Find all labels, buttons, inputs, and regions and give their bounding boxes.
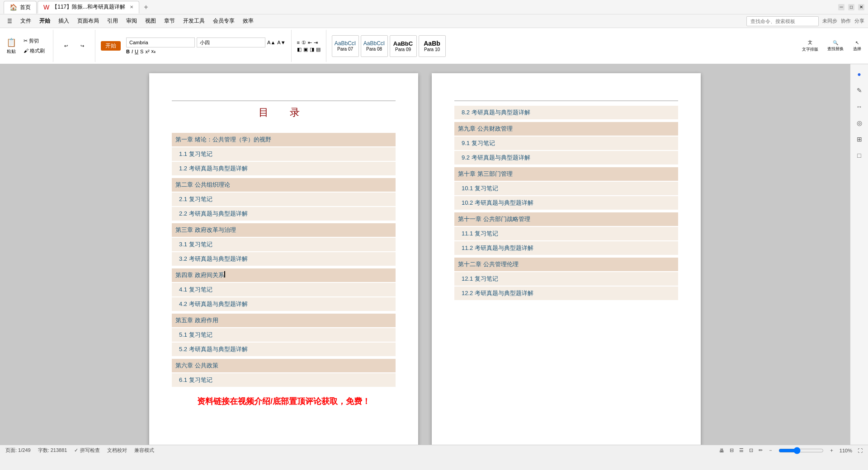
sidebar-target-icon[interactable]: ◎ <box>853 117 866 129</box>
toc-22[interactable]: 2.2 考研真题与典型题详解 <box>172 207 396 221</box>
menu-hamburger[interactable]: ☰ <box>4 16 16 26</box>
tab-close-btn[interactable]: ✕ <box>130 5 133 9</box>
cut-btn[interactable]: ✂ 剪切 <box>21 37 47 46</box>
tab-document[interactable]: W 【117】陈振...和考研真题详解 ✕ <box>38 1 139 14</box>
command-search[interactable] <box>746 16 819 26</box>
undo-btn[interactable]: ↩ <box>59 35 73 57</box>
font-size-down-btn[interactable]: A▼ <box>277 40 285 45</box>
menu-efficiency[interactable]: 效率 <box>239 15 257 27</box>
align-center-btn[interactable]: ▣ <box>303 47 308 52</box>
toc-52[interactable]: 5.2 考研真题与典型题详解 <box>172 343 396 356</box>
select-btn[interactable]: ↖ 选择 <box>850 35 864 57</box>
style-para07[interactable]: AaBbCcI Para 07 <box>332 35 359 57</box>
sidebar-edit-icon[interactable]: ✎ <box>853 84 866 97</box>
menu-review[interactable]: 审阅 <box>123 15 141 27</box>
toc-chapter-5[interactable]: 第五章 政府作用 <box>172 314 396 327</box>
menu-chapter[interactable]: 章节 <box>160 15 179 27</box>
align-right-btn[interactable]: ◨ <box>310 47 314 52</box>
indent-dec-btn[interactable]: ⇤ <box>308 40 312 46</box>
minimize-btn[interactable]: ─ <box>838 4 844 10</box>
text-layout-btn[interactable]: 文 文字排版 <box>799 35 821 57</box>
view-mode-print[interactable]: 🖶 <box>719 448 724 453</box>
find-replace-btn[interactable]: 🔍 查找替换 <box>825 35 846 57</box>
close-btn[interactable]: ✕ <box>858 4 864 10</box>
view-mode-web[interactable]: ⊟ <box>730 447 734 453</box>
tab-home[interactable]: 🏠 首页 <box>4 1 37 14</box>
sidebar-grid-icon[interactable]: ⊞ <box>853 133 866 146</box>
share-btn[interactable]: 分享 <box>854 18 864 24</box>
menu-start[interactable]: 开始 <box>36 15 54 27</box>
tab-add-btn[interactable]: + <box>140 3 151 11</box>
toc-61[interactable]: 6.1 复习笔记 <box>172 373 396 387</box>
menu-insert[interactable]: 插入 <box>55 15 73 27</box>
font-size-input[interactable] <box>197 38 265 47</box>
menu-layout[interactable]: 页面布局 <box>74 15 103 27</box>
toc-51[interactable]: 5.1 复习笔记 <box>172 328 396 342</box>
start-tab-active[interactable]: 开始 <box>101 41 121 51</box>
toc-12[interactable]: 1.2 考研真题与典型题详解 <box>172 162 396 175</box>
toc-32[interactable]: 3.2 考研真题与典型题详解 <box>172 252 396 266</box>
format-brush-btn[interactable]: 🖌 格式刷 <box>21 47 47 56</box>
style-para09[interactable]: AaBbC Para 09 <box>390 35 417 57</box>
toc-chapter-6[interactable]: 第六章 公共政策 <box>172 359 396 372</box>
fullscreen-btn[interactable]: ⛶ <box>858 448 863 453</box>
zoom-slider[interactable] <box>778 447 824 454</box>
maximize-btn[interactable]: □ <box>848 4 854 10</box>
spell-check[interactable]: ✓ 拼写检查 <box>74 447 99 454</box>
toc-112[interactable]: 11.2 考研真题与典型题详解 <box>454 241 678 255</box>
underline-btn[interactable]: U <box>135 49 138 54</box>
style-para10[interactable]: AaBb Para 10 <box>419 35 446 57</box>
align-left-btn[interactable]: ◧ <box>297 47 302 52</box>
view-mode-outline[interactable]: ☰ <box>739 447 744 453</box>
superscript-btn[interactable]: x² <box>145 49 149 54</box>
font-size-up-btn[interactable]: A▲ <box>267 40 275 45</box>
menu-dev[interactable]: 开发工具 <box>179 15 208 27</box>
toc-41[interactable]: 4.1 复习笔记 <box>172 283 396 296</box>
toc-chapter-9[interactable]: 第九章 公共财政管理 <box>454 122 678 136</box>
subscript-btn[interactable]: x₂ <box>151 48 156 54</box>
toc-92[interactable]: 9.2 考研真题与典型题详解 <box>454 151 678 164</box>
doc-align[interactable]: 文档校对 <box>107 447 127 454</box>
sidebar-frame-icon[interactable]: □ <box>853 149 866 162</box>
indent-inc-btn[interactable]: ⇥ <box>314 40 318 46</box>
toc-101[interactable]: 10.1 复习笔记 <box>454 182 678 195</box>
zoom-in-btn[interactable]: ＋ <box>829 447 834 454</box>
collab-btn[interactable]: 协作 <box>841 18 851 24</box>
toc-111[interactable]: 11.1 复习笔记 <box>454 227 678 240</box>
style-para08[interactable]: AaBbCcI Para 08 <box>361 35 388 57</box>
menu-file[interactable]: 文件 <box>17 15 35 27</box>
menu-view[interactable]: 视图 <box>142 15 160 27</box>
sidebar-resize-icon[interactable]: ↔ <box>853 100 866 113</box>
toc-chapter-11[interactable]: 第十一章 公共部门战略管理 <box>454 212 678 226</box>
toc-chapter-3[interactable]: 第三章 政府改革与治理 <box>172 223 396 237</box>
toc-chapter-2[interactable]: 第二章 公共组织理论 <box>172 178 396 192</box>
strikethrough-btn[interactable]: S <box>140 49 143 54</box>
paste-btn[interactable]: 📋 粘贴 <box>4 35 19 57</box>
toc-102[interactable]: 10.2 考研真题与典型题详解 <box>454 196 678 210</box>
redo-btn[interactable]: ↪ <box>75 35 90 57</box>
justify-btn[interactable]: ▤ <box>316 47 321 52</box>
view-mode-focus[interactable]: ⊡ <box>749 447 753 453</box>
zoom-out-btn[interactable]: － <box>768 447 773 454</box>
toc-82[interactable]: 8.2 考研真题与典型题详解 <box>454 106 678 119</box>
view-mode-extra[interactable]: ✏ <box>759 447 763 453</box>
list-number-btn[interactable]: ① <box>302 40 306 46</box>
toc-chapter-4[interactable]: 第四章 政府间关系 <box>172 268 396 282</box>
toc-11[interactable]: 1.1 复习笔记 <box>172 147 396 161</box>
toc-122[interactable]: 12.2 考研真题与典型题详解 <box>454 287 678 300</box>
toc-121[interactable]: 12.1 复习笔记 <box>454 272 678 286</box>
bold-btn[interactable]: B <box>126 49 130 54</box>
list-bullet-btn[interactable]: ≡ <box>297 40 300 46</box>
toc-91[interactable]: 9.1 复习笔记 <box>454 136 678 150</box>
font-name-input[interactable] <box>126 38 195 47</box>
toc-chapter-1[interactable]: 第一章 绪论：公共管理（学）的视野 <box>172 133 396 146</box>
toc-42[interactable]: 4.2 考研真题与典型题详解 <box>172 297 396 311</box>
toc-chapter-10[interactable]: 第十章 第三部门管理 <box>454 167 678 181</box>
toc-chapter-12[interactable]: 第十二章 公共管理伦理 <box>454 258 678 271</box>
menu-ref[interactable]: 引用 <box>104 15 122 27</box>
italic-btn[interactable]: I <box>132 49 133 54</box>
toc-21[interactable]: 2.1 复习笔记 <box>172 193 396 206</box>
sidebar-navigation-icon[interactable]: ● <box>853 68 866 80</box>
menu-vip[interactable]: 会员专享 <box>209 15 238 27</box>
toc-31[interactable]: 3.1 复习笔记 <box>172 238 396 251</box>
